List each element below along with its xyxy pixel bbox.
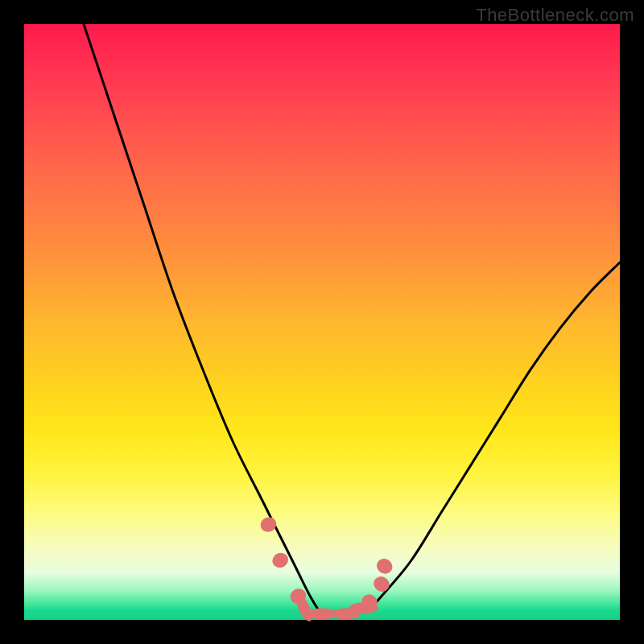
plot-area — [24, 24, 620, 620]
curve-group — [84, 24, 620, 615]
marker-point — [258, 514, 279, 535]
watermark-text: TheBottleneck.com — [476, 5, 634, 26]
bottleneck-curve-path — [84, 24, 620, 615]
marker-point — [371, 574, 392, 595]
marker-point — [374, 556, 395, 577]
chart-svg — [24, 24, 620, 620]
chart-frame: TheBottleneck.com — [0, 0, 644, 644]
